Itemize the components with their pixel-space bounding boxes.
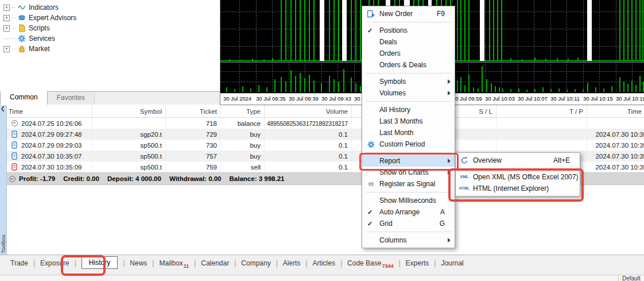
- cell-ticket: 757: [166, 151, 221, 161]
- sidebar-item-services[interactable]: Services: [2, 33, 219, 44]
- cell-symbol: [92, 118, 166, 129]
- navigator-tree: +Indicators+Expert Advisors+ScriptsServi…: [2, 2, 219, 54]
- expand-plus-icon[interactable]: +: [3, 46, 10, 52]
- collapse-arrow-icon[interactable]: ❮: [1, 106, 5, 111]
- column-header-time[interactable]: Time: [587, 105, 644, 117]
- sidebar-item-expert-advisors[interactable]: +Expert Advisors: [2, 13, 219, 23]
- menu-item-symbols[interactable]: Symbols: [362, 76, 455, 87]
- menu-item-label: Positions: [379, 26, 408, 34]
- tab-journal[interactable]: Journal: [441, 259, 463, 267]
- tab-trade[interactable]: Trade: [10, 259, 28, 267]
- chart-volume-bar: [482, 66, 483, 92]
- menu-item-register-as-signal[interactable]: ((•))Register as Signal: [362, 178, 455, 190]
- menu-item-label: Show Milliseconds: [379, 197, 436, 205]
- tab-calendar[interactable]: Calendar: [201, 259, 229, 267]
- table-row[interactable]: 2024.07.29 09:27:48sgp20.t729buy0.12024.…: [6, 129, 644, 140]
- menu-item-new-order[interactable]: New OrderF9: [362, 8, 455, 20]
- chart-volume-bar: [567, 90, 568, 92]
- chart-candle-bar: [320, 0, 324, 61]
- tab-company[interactable]: Company: [241, 259, 270, 267]
- cell-volume: 0.1: [265, 129, 352, 140]
- column-header-volume[interactable]: Volume: [265, 105, 352, 117]
- tab-experts[interactable]: Experts: [406, 259, 429, 267]
- column-header-time[interactable]: Time: [6, 105, 92, 117]
- tab-news[interactable]: News: [130, 259, 147, 267]
- summary-minus-icon: −: [9, 176, 15, 182]
- sidebar-item-market[interactable]: +Market: [2, 44, 219, 54]
- chart-volume-bar: [510, 89, 511, 92]
- expand-plus-icon[interactable]: +: [3, 25, 10, 32]
- chart-candle-bar: [295, 0, 296, 61]
- menu-item-show-milliseconds[interactable]: Show Milliseconds: [362, 195, 455, 206]
- chart-volume-bar: [558, 88, 560, 92]
- menu-item-all-history[interactable]: All History: [362, 104, 455, 116]
- column-header-tp[interactable]: T / P: [496, 105, 587, 117]
- column-header-ticket[interactable]: Ticket: [166, 105, 221, 117]
- cell-tp: [496, 118, 587, 129]
- chart-candle-bar: [333, 0, 335, 61]
- submenu-item-html-internet-explorer-[interactable]: HTMLHTML (Internet Explorer): [456, 183, 580, 194]
- chart-volume-bar: [583, 90, 584, 92]
- table-row[interactable]: +2024.07.25 10:26:06718balance4895508253…: [6, 118, 644, 129]
- menu-item-report[interactable]: Report: [362, 155, 455, 167]
- cell-text: 2024.07.29 09:27:48: [21, 131, 82, 138]
- chart-candle-bar: [497, 0, 498, 61]
- deal-buy-icon: [11, 141, 18, 149]
- chart-volume-bar: [355, 83, 356, 92]
- menu-item-last-3-months[interactable]: Last 3 Months: [362, 116, 455, 127]
- navigator-tab-common[interactable]: Common: [0, 91, 48, 105]
- check-icon: ✓: [367, 206, 373, 218]
- menu-item-label: Deals: [379, 38, 397, 46]
- menu-item-custom-period[interactable]: Custom Period: [362, 138, 455, 150]
- menu-item-orders-deals[interactable]: Orders & Deals: [362, 59, 455, 71]
- tab-exposure[interactable]: Exposure: [40, 259, 69, 267]
- navigator-tab-favorites[interactable]: Favorites: [48, 92, 95, 105]
- sidebar-item-scripts[interactable]: +Scripts: [2, 23, 219, 33]
- tab-mailbox[interactable]: Mailbox11: [159, 259, 189, 267]
- chart-candle-bar: [290, 0, 292, 61]
- chart-volume-bar: [295, 76, 296, 92]
- tab-code-base[interactable]: Code Base7344: [347, 259, 393, 267]
- toolbox-side-strip[interactable]: ❮ Toolbox: [0, 105, 7, 255]
- tab-history[interactable]: History: [82, 256, 118, 269]
- chart-candle-stub: [240, 60, 242, 61]
- summary-part: Withdrawal: 0.00: [169, 175, 222, 182]
- menu-item-label: Orders & Deals: [379, 61, 426, 69]
- column-header-symbol[interactable]: Symbol: [92, 105, 166, 117]
- submenu-item-open-xml-ms-office-excel-2007-[interactable]: XMLOpen XML (MS Office Excel 2007): [456, 171, 580, 183]
- menu-item-last-month[interactable]: Last Month: [362, 127, 455, 138]
- cell-time: 2024.07.29 09:27:48: [6, 129, 92, 140]
- overview-icon: [460, 156, 469, 164]
- menu-item-show-on-charts[interactable]: Show on Charts: [362, 167, 455, 178]
- menu-item-auto-arrange[interactable]: ✓Auto ArrangeA: [362, 206, 455, 218]
- table-row[interactable]: 2024.07.29 09:29:03sp500.t730buy0.12024.…: [6, 140, 644, 151]
- tab-articles[interactable]: Articles: [313, 259, 335, 267]
- sidebar-item-indicators[interactable]: +Indicators: [2, 2, 219, 13]
- menu-item-volumes[interactable]: Volumes: [362, 87, 455, 99]
- menu-item-grid[interactable]: ✓GridG: [362, 218, 455, 229]
- html-file-icon: HTML: [460, 184, 469, 193]
- cell-tp: [496, 129, 587, 140]
- deal-sell-icon: [11, 163, 18, 171]
- chart-candle-stub: [568, 59, 569, 61]
- column-header-type[interactable]: Type: [221, 105, 265, 117]
- cell-text: 2024.07.25 10:26:06: [21, 120, 82, 127]
- menu-item-deals[interactable]: Deals: [362, 36, 455, 48]
- menu-item-columns[interactable]: Columns: [362, 234, 455, 246]
- menu-shortcut: Alt+E: [553, 155, 570, 166]
- chart-volume-bar: [603, 88, 604, 92]
- chart-volume-bar: [309, 75, 310, 92]
- submenu-arrow-icon: [448, 159, 451, 163]
- chart-volume-bar: [464, 85, 465, 92]
- status-profile-label[interactable]: Default: [618, 275, 644, 281]
- expand-plus-icon[interactable]: +: [3, 5, 10, 11]
- indicators-chart-icon: [18, 3, 26, 11]
- menu-item-label: Columns: [379, 236, 406, 244]
- menu-item-orders[interactable]: Orders: [362, 48, 455, 59]
- chart-candle-stub: [272, 58, 273, 61]
- tab-alerts[interactable]: Alerts: [283, 259, 301, 267]
- cell-text: 729: [206, 131, 217, 138]
- expand-plus-icon[interactable]: +: [3, 15, 10, 21]
- submenu-item-overview[interactable]: OverviewAlt+E: [456, 155, 580, 166]
- menu-item-positions[interactable]: ✓Positions: [362, 25, 455, 36]
